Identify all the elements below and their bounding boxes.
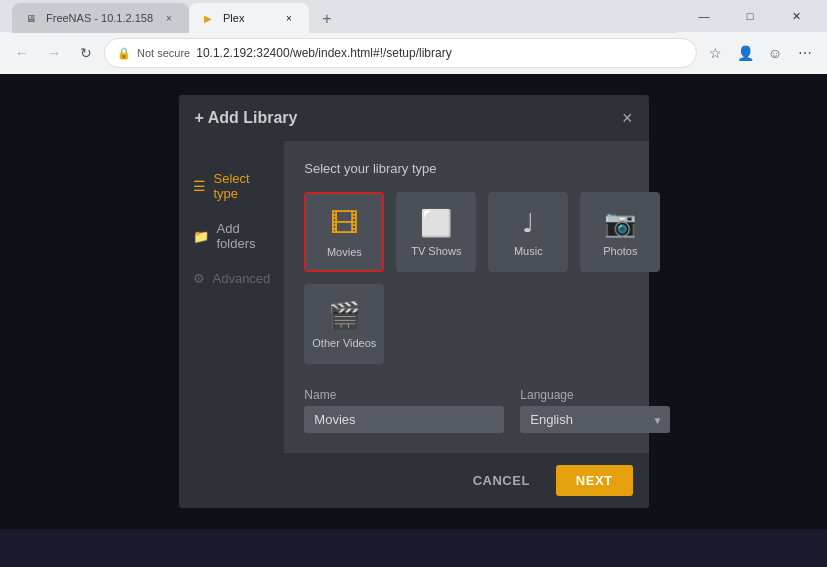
cancel-button[interactable]: CANCEL bbox=[457, 465, 546, 496]
modal-overlay: + Add Library × ☰ Select type 📁 Add fold… bbox=[0, 74, 827, 529]
field-row: Name Language English French German Span… bbox=[304, 388, 670, 433]
section-title: Select your library type bbox=[304, 161, 670, 176]
modal-close-button[interactable]: × bbox=[622, 109, 633, 127]
plex-favicon: ▶ bbox=[201, 11, 215, 25]
library-types-grid: 🎞 Movies ⬜ TV Shows ♩ Music 📷 bbox=[304, 192, 670, 364]
lock-icon: 🔒 bbox=[117, 47, 131, 60]
other-videos-label: Other Videos bbox=[312, 337, 376, 349]
bookmark-button[interactable]: ☆ bbox=[701, 39, 729, 67]
modal-header: + Add Library × bbox=[179, 95, 649, 141]
address-bar-row: ← → ↻ 🔒 Not secure 10.1.2.192:32400/web/… bbox=[0, 32, 827, 74]
advanced-icon: ⚙ bbox=[193, 271, 205, 286]
emoji-button[interactable]: ☺ bbox=[761, 39, 789, 67]
name-label: Name bbox=[304, 388, 504, 402]
add-library-modal: + Add Library × ☰ Select type 📁 Add fold… bbox=[179, 95, 649, 508]
maximize-button[interactable]: □ bbox=[727, 0, 773, 32]
modal-sidebar: ☰ Select type 📁 Add folders ⚙ Advanced bbox=[179, 141, 285, 453]
tv-shows-icon: ⬜ bbox=[420, 208, 452, 239]
name-field-group: Name bbox=[304, 388, 504, 433]
tv-shows-label: TV Shows bbox=[411, 245, 461, 257]
language-label: Language bbox=[520, 388, 670, 402]
minimize-button[interactable]: — bbox=[681, 0, 727, 32]
language-field-group: Language English French German Spanish J… bbox=[520, 388, 670, 433]
not-secure-label: Not secure bbox=[137, 47, 190, 59]
language-select-wrapper: English French German Spanish Japanese ▼ bbox=[520, 406, 670, 433]
sidebar-item-advanced: ⚙ Advanced bbox=[179, 261, 285, 296]
sidebar-select-type-label: Select type bbox=[214, 171, 271, 201]
forward-button[interactable]: → bbox=[40, 39, 68, 67]
sidebar-add-folders-label: Add folders bbox=[217, 221, 271, 251]
back-button[interactable]: ← bbox=[8, 39, 36, 67]
language-select[interactable]: English French German Spanish Japanese bbox=[520, 406, 670, 433]
select-type-icon: ☰ bbox=[193, 178, 206, 194]
sidebar-item-select-type[interactable]: ☰ Select type bbox=[179, 161, 285, 211]
other-videos-icon: 🎬 bbox=[328, 300, 360, 331]
tab-plex[interactable]: ▶ Plex × bbox=[189, 3, 309, 33]
title-bar: 🖥 FreeNAS - 10.1.2.158 × ▶ Plex × + — □ … bbox=[0, 0, 827, 32]
menu-button[interactable]: ⋯ bbox=[791, 39, 819, 67]
plex-tab-close[interactable]: × bbox=[281, 10, 297, 26]
movies-icon: 🎞 bbox=[330, 207, 358, 240]
sidebar-advanced-label: Advanced bbox=[213, 271, 271, 286]
library-type-other-videos[interactable]: 🎬 Other Videos bbox=[304, 284, 384, 364]
photos-icon: 📷 bbox=[604, 208, 636, 239]
modal-body: ☰ Select type 📁 Add folders ⚙ Advanced S… bbox=[179, 141, 649, 453]
name-input[interactable] bbox=[304, 406, 504, 433]
new-tab-button[interactable]: + bbox=[313, 5, 341, 33]
freenas-tab-close[interactable]: × bbox=[161, 10, 177, 26]
modal-title: + Add Library bbox=[195, 109, 298, 127]
modal-footer: CANCEL NEXT bbox=[179, 453, 649, 508]
next-button[interactable]: NEXT bbox=[556, 465, 633, 496]
movies-label: Movies bbox=[327, 246, 362, 258]
plex-tab-label: Plex bbox=[223, 12, 244, 24]
music-icon: ♩ bbox=[522, 208, 534, 239]
toolbar-right: ☆ 👤 ☺ ⋯ bbox=[701, 39, 819, 67]
page-background: PLEX + Add Library × ☰ Select type 📁 bbox=[0, 74, 827, 529]
library-type-photos[interactable]: 📷 Photos bbox=[580, 192, 660, 272]
sidebar-item-add-folders[interactable]: 📁 Add folders bbox=[179, 211, 285, 261]
photos-label: Photos bbox=[603, 245, 637, 257]
refresh-button[interactable]: ↻ bbox=[72, 39, 100, 67]
library-type-music[interactable]: ♩ Music bbox=[488, 192, 568, 272]
modal-content: Select your library type 🎞 Movies ⬜ TV S… bbox=[284, 141, 690, 453]
browser-chrome: 🖥 FreeNAS - 10.1.2.158 × ▶ Plex × + — □ … bbox=[0, 0, 827, 74]
address-bar[interactable]: 🔒 Not secure 10.1.2.192:32400/web/index.… bbox=[104, 38, 697, 68]
library-type-tv-shows[interactable]: ⬜ TV Shows bbox=[396, 192, 476, 272]
add-folders-icon: 📁 bbox=[193, 229, 209, 244]
library-type-movies[interactable]: 🎞 Movies bbox=[304, 192, 384, 272]
freenas-favicon: 🖥 bbox=[24, 11, 38, 25]
url-text: 10.1.2.192:32400/web/index.html#!/setup/… bbox=[196, 46, 452, 60]
music-label: Music bbox=[514, 245, 543, 257]
close-button[interactable]: ✕ bbox=[773, 0, 819, 32]
freenas-tab-label: FreeNAS - 10.1.2.158 bbox=[46, 12, 153, 24]
profile-button[interactable]: 👤 bbox=[731, 39, 759, 67]
tab-freenas[interactable]: 🖥 FreeNAS - 10.1.2.158 × bbox=[12, 3, 189, 33]
